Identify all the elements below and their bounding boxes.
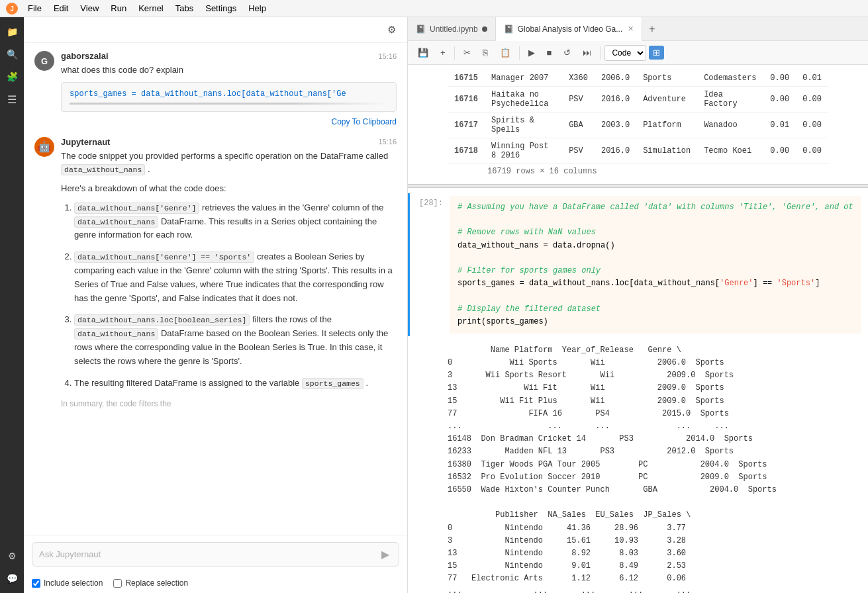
chat-input[interactable] [39,549,379,559]
row-eu-16718: 0.00 [796,138,828,164]
cell-number-28: [28]: [419,199,443,208]
cell-body-28[interactable]: # Assuming you have a DataFrame called '… [450,196,868,334]
menu-kernel[interactable]: Kernel [133,2,169,15]
row-publisher-16715: Codemasters [697,70,763,87]
row-name-16717: Spirits & Spells [485,113,562,138]
output-table-area: 16715 Manager 2007 X360 2006.0 Sports Co… [408,65,868,184]
tab-global-analysis[interactable]: 📓 Global Analysis of Video Ga... ✕ [496,17,643,41]
bot-message-time: 15:16 [378,138,397,146]
replace-selection-label: Replace selection [125,578,188,588]
copy-clipboard-link[interactable]: Copy To Clipboard [61,117,397,126]
toolbar-sep-2 [519,46,520,60]
list-icon[interactable]: ☰ [3,90,21,109]
output-dataframe: Name Platform Year_of_Release Genre \ 0 … [448,344,828,593]
menu-edit[interactable]: Edit [48,2,73,15]
replace-selection-checkbox[interactable]: Replace selection [113,578,188,588]
row-year-16718: 2016.0 [595,138,636,164]
fast-forward-button[interactable]: ⏭ [578,45,596,60]
tab-untitled-icon: 📓 [416,24,426,34]
row-eu-16715: 0.01 [796,70,828,87]
copy-button[interactable]: ⎘ [478,45,493,60]
bot-message: 🤖 Jupyternaut 15:16 The code snippet you… [34,137,397,411]
user-code-block: sports_games = data_without_nans.loc[dat… [61,82,397,112]
user-code-text: sports_games = data_without_nans.loc[dat… [70,89,346,99]
gear-icon[interactable]: ⚙ [3,547,21,565]
chat-footer: Include selection Replace selection [24,573,407,593]
extensions-icon[interactable]: 🧩 [3,68,21,86]
tab-global-close[interactable]: ✕ [628,24,634,33]
user-message-text: what does this code do? explain [61,64,397,77]
cut-button[interactable]: ✂ [459,45,475,60]
include-selection-label: Include selection [44,578,103,588]
menu-file[interactable]: File [23,2,47,15]
replace-selection-input[interactable] [113,579,122,588]
save-button[interactable]: 💾 [413,45,433,60]
cell-gutter-28: [28]: [410,196,450,334]
menu-run[interactable]: Run [105,2,132,15]
bot-message-header: Jupyternaut 15:16 [61,137,397,147]
list-item-2: data_without_nans['Genre'] == 'Sports' c… [74,250,397,305]
table-row: 16716 Haitaka no Psychedelica PSV 2016.0… [448,87,828,113]
row-na-16716: 0.00 [763,87,796,113]
include-selection-input[interactable] [32,579,40,588]
cell-code-28[interactable]: # Assuming you have a DataFrame called '… [450,196,861,334]
code-cell-28: [28]: # Assuming you have a DataFrame ca… [408,193,868,336]
new-tab-button[interactable]: + [642,17,661,40]
notebook-content: 16715 Manager 2007 X360 2006.0 Sports Co… [408,65,868,593]
table-row: 16718 Winning Post 8 2016 PSV 2016.0 Sim… [448,138,828,164]
row-genre-16717: Platform [636,113,697,138]
menu-tabs[interactable]: Tabs [170,2,199,15]
grid-view-button[interactable]: ⊞ [649,46,664,60]
toolbar-sep-1 [454,46,455,60]
tab-global-icon: 📓 [504,24,514,34]
tab-global-label: Global Analysis of Video Ga... [518,24,623,34]
bot-avatar: 🤖 [34,137,54,157]
send-button[interactable]: ▶ [379,547,392,562]
user-message-header: gaborszalai 15:16 [61,51,397,61]
app-logo: J [5,2,19,15]
include-selection-checkbox[interactable]: Include selection [32,578,103,588]
row-name-16718: Winning Post 8 2016 [485,138,562,164]
table-row: 16717 Spirits & Spells GBA 2003.0 Platfo… [448,113,828,138]
notebook-panel: 📓 Untitled.ipynb 📓 Global Analysis of Vi… [408,17,868,593]
row-name-16716: Haitaka no Psychedelica [485,87,562,113]
menu-view[interactable]: View [75,2,104,15]
menubar: J File Edit View Run Kernel Tabs Setting… [0,0,868,17]
run-button[interactable]: ▶ [524,45,540,60]
chat-icon[interactable]: 💬 [3,569,21,588]
chat-input-row: ▶ [32,542,399,567]
row-publisher-16718: Tecmo Koei [697,138,763,164]
add-cell-button[interactable]: + [436,45,450,60]
cell-type-select[interactable]: Code [604,45,646,61]
row-eu-16717: 0.00 [796,113,828,138]
user-sender-name: gaborszalai [61,51,109,61]
search-icon[interactable]: 🔍 [3,45,21,64]
bot-intro-text: The code snippet you provided performs a… [61,150,397,177]
menu-settings[interactable]: Settings [200,2,242,15]
user-message-content: gaborszalai 15:16 what does this code do… [61,51,397,126]
bot-message-content: Jupyternaut 15:16 The code snippet you p… [61,137,397,411]
output-table: 16715 Manager 2007 X360 2006.0 Sports Co… [448,70,828,164]
row-publisher-16716: Idea Factory [697,87,763,113]
row-platform-16717: GBA [562,113,595,138]
row-id-16717: 16717 [448,113,485,138]
chat-messages: G gaborszalai 15:16 what does this code … [24,43,407,535]
row-platform-16718: PSV [562,138,595,164]
inline-code-1: data_without_nans [61,164,145,175]
stop-button[interactable]: ■ [542,45,557,60]
restart-button[interactable]: ↺ [559,45,575,60]
folder-icon[interactable]: 📁 [3,23,21,41]
inline-code-3: data_without_nans [74,216,158,228]
tab-untitled[interactable]: 📓 Untitled.ipynb [408,17,496,40]
list-item-4: The resulting filtered DataFrame is assi… [74,377,397,390]
cell-output-28: Name Platform Year_of_Release Genre \ 0 … [408,342,868,593]
table-summary: 16719 rows × 16 columns [448,164,828,179]
chat-settings-btn[interactable]: ⚙ [383,21,401,38]
menu-help[interactable]: Help [243,2,271,15]
bot-summary-partial: In summary, the code filters the [61,398,397,410]
row-year-16717: 2003.0 [595,113,636,138]
row-platform-16716: PSV [562,87,595,113]
inline-code-4: data_without_nans['Genre'] == 'Sports' [74,251,254,263]
sidebar: 📁 🔍 🧩 ☰ ⚙ 💬 [0,17,24,593]
paste-button[interactable]: 📋 [495,45,515,60]
